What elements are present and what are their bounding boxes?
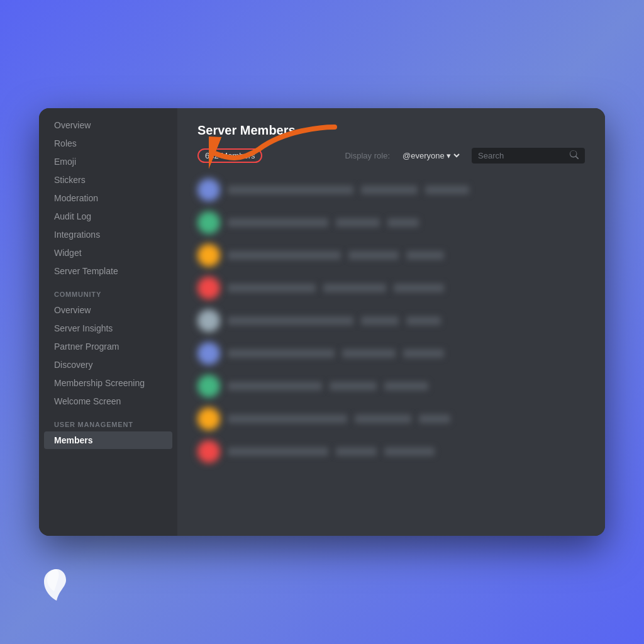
- sidebar-item-membership-screening[interactable]: Membership Screening: [44, 374, 172, 392]
- member-extra: [387, 218, 419, 227]
- community-section-label: COMMUNITY: [44, 280, 172, 301]
- avatar: [197, 408, 220, 430]
- sidebar-item-moderation[interactable]: Moderation: [44, 189, 172, 207]
- page-title: Server Members: [197, 123, 585, 138]
- member-role: [348, 251, 399, 260]
- member-extra: [384, 382, 428, 391]
- members-count: 632 Members: [197, 148, 262, 163]
- sidebar-item-integrations[interactable]: Integrations: [44, 226, 172, 243]
- member-name: [228, 251, 341, 260]
- avatar: [197, 309, 220, 332]
- member-name: [228, 316, 353, 325]
- sidebar: Overview Roles Emoji Stickers Moderation…: [39, 108, 177, 536]
- member-role: [342, 349, 396, 358]
- sidebar-item-roles[interactable]: Roles: [44, 135, 172, 152]
- sidebar-item-members[interactable]: Members: [44, 431, 172, 449]
- avatar: [197, 342, 220, 365]
- sidebar-item-widget[interactable]: Widget: [44, 244, 172, 262]
- member-extra: [419, 414, 450, 423]
- table-row[interactable]: [197, 435, 585, 468]
- members-list: [177, 169, 605, 536]
- member-extra: [406, 316, 441, 325]
- table-row[interactable]: [197, 370, 585, 402]
- avatar: [197, 375, 220, 397]
- member-role: [336, 218, 380, 227]
- member-role: [361, 186, 418, 194]
- avatar: [197, 244, 220, 267]
- member-extra: [394, 284, 444, 292]
- table-row[interactable]: [197, 239, 585, 272]
- sidebar-item-server-insights[interactable]: Server Insights: [44, 319, 172, 337]
- members-bar: 632 Members Display role: @everyone ▾: [197, 148, 585, 164]
- member-role: [323, 284, 386, 292]
- sidebar-item-server-template[interactable]: Server Template: [44, 262, 172, 280]
- member-name: [228, 414, 347, 423]
- bottom-logo: [38, 566, 75, 606]
- main-content: Server Members 632 Members Display role:…: [177, 108, 605, 536]
- sidebar-item-stickers[interactable]: Stickers: [44, 171, 172, 189]
- member-extra: [425, 186, 469, 194]
- table-row[interactable]: [197, 304, 585, 337]
- sidebar-item-audit-log[interactable]: Audit Log: [44, 208, 172, 225]
- sidebar-item-discovery[interactable]: Discovery: [44, 356, 172, 374]
- member-name: [228, 382, 322, 391]
- table-row[interactable]: [197, 272, 585, 304]
- sidebar-item-overview[interactable]: Overview: [44, 116, 172, 134]
- app-window: Overview Roles Emoji Stickers Moderation…: [39, 108, 605, 536]
- member-extra: [406, 251, 444, 260]
- member-extra: [403, 349, 444, 358]
- sidebar-item-community-overview[interactable]: Overview: [44, 301, 172, 319]
- table-row[interactable]: [197, 206, 585, 239]
- table-row[interactable]: [197, 174, 585, 206]
- user-management-section-label: USER MANAGEMENT: [44, 411, 172, 431]
- sidebar-item-welcome-screen[interactable]: Welcome Screen: [44, 392, 172, 410]
- member-name: [228, 218, 328, 227]
- search-input[interactable]: [478, 151, 566, 160]
- sidebar-item-emoji[interactable]: Emoji: [44, 153, 172, 170]
- avatar: [197, 179, 220, 201]
- member-role: [361, 316, 399, 325]
- member-role: [330, 382, 377, 391]
- table-row[interactable]: [197, 402, 585, 435]
- table-row[interactable]: [197, 337, 585, 370]
- member-name: [228, 447, 328, 456]
- member-extra: [384, 447, 435, 456]
- member-role: [336, 447, 377, 456]
- avatar: [197, 211, 220, 234]
- member-role: [355, 414, 411, 423]
- sidebar-item-partner-program[interactable]: Partner Program: [44, 338, 172, 355]
- search-box: [472, 148, 585, 164]
- display-role-label: Display role:: [345, 151, 390, 160]
- avatar: [197, 277, 220, 299]
- member-name: [228, 186, 353, 194]
- search-icon: [570, 150, 579, 161]
- display-role-select[interactable]: @everyone ▾: [400, 150, 462, 161]
- content-header: Server Members 632 Members Display role:…: [177, 108, 605, 169]
- avatar: [197, 440, 220, 463]
- member-name: [228, 284, 316, 292]
- member-name: [228, 349, 335, 358]
